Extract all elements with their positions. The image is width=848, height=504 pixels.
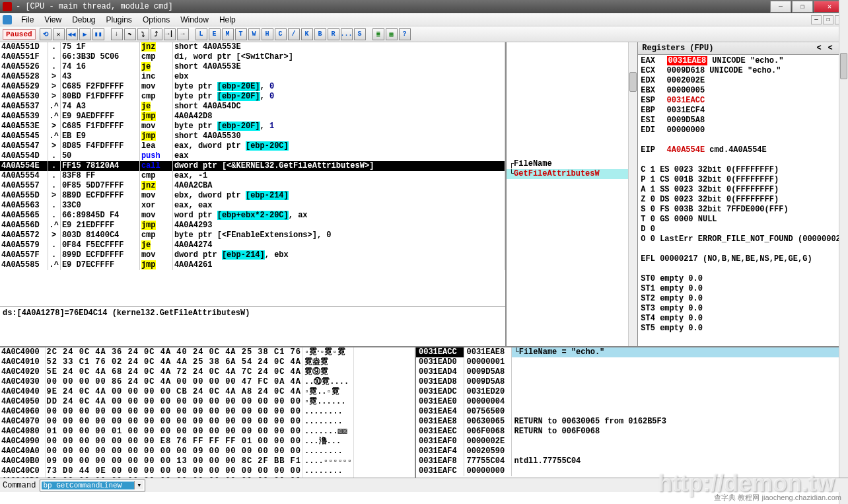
disasm-row[interactable]: 4A0A5557.0F85 5DD7FFFFjnz4A0A2CBA bbox=[0, 181, 505, 191]
hex-row[interactable]: 4A0C4050DD 24 0C 4A 00 00 00 00 00 00 00… bbox=[0, 397, 353, 407]
disasm-row[interactable]: 4A0A554D.50pusheax bbox=[0, 151, 505, 161]
trace-over-button[interactable]: ⤴ bbox=[151, 28, 162, 40]
toolbar-t-button[interactable]: T bbox=[235, 28, 247, 40]
pause-button[interactable]: ▮▮ bbox=[92, 28, 104, 40]
step-into-button[interactable]: ↓ bbox=[111, 28, 123, 40]
disasm-row[interactable]: 4A0A5547>8D85 F4FDFFFFleaeax, dword ptr … bbox=[0, 141, 505, 151]
disasm-row[interactable]: 4A0A553E>C685 F1FDFFFFmovbyte ptr [ebp-2… bbox=[0, 122, 505, 131]
stack-row[interactable]: 0031EAE400756500 bbox=[416, 407, 848, 417]
mdi-restore-button[interactable]: ❐ bbox=[823, 15, 833, 24]
options-button[interactable]: ≣ bbox=[372, 28, 384, 40]
hex-row[interactable]: 4A0C40A000 00 00 00 00 00 00 00 00 09 00… bbox=[0, 447, 353, 456]
goto-button[interactable]: → bbox=[177, 28, 189, 40]
stack-row[interactable]: 0031EAF877755C04ntdll.77755C04 bbox=[416, 456, 848, 466]
stack-row[interactable]: 0031EAEC006F0068RETURN to 006F0068 bbox=[416, 427, 848, 437]
hex-row[interactable]: 4A0C40409E 24 0C 4A 00 00 00 00 CB 24 0C… bbox=[0, 387, 353, 397]
hex-row[interactable]: 4A0C40002C 24 0C 4A 36 24 0C 4A 40 24 0C… bbox=[0, 347, 353, 357]
disasm-row[interactable]: 4A0A5537.^74 A3jeshort 4A0A54DC bbox=[0, 102, 505, 112]
disasm-row[interactable]: 4A0A5530>80BD F1FDFFFFcmpbyte ptr [ebp-2… bbox=[0, 92, 505, 102]
toolbar-b-button[interactable]: B bbox=[314, 28, 326, 40]
reg-prev2-button[interactable]: < bbox=[828, 44, 833, 53]
toolbar-h-button[interactable]: H bbox=[262, 28, 273, 40]
menu-file[interactable]: File bbox=[16, 14, 39, 26]
hex-row[interactable]: 4A0C407000 00 00 00 00 00 00 00 00 00 00… bbox=[0, 417, 353, 427]
disasm-row[interactable]: 4A0A5528>43incebx bbox=[0, 72, 505, 82]
stack-row[interactable]: 0031EAF400020590 bbox=[416, 447, 848, 456]
disasm-row[interactable]: 4A0A5572>803D 81400C4cmpbyte ptr [<FEnab… bbox=[0, 231, 505, 240]
disasm-row[interactable]: 4A0A551D.75 1Fjnzshort 4A0A553E bbox=[0, 42, 505, 52]
disassembly-view[interactable]: 4A0A551D.75 1Fjnzshort 4A0A553E4A0A551F.… bbox=[0, 42, 505, 306]
disasm-row[interactable]: 4A0A5585.^E9 D7ECFFFFjmp4A0A4261 bbox=[0, 260, 505, 270]
disasm-row[interactable]: 4A0A5554.83F8 FFcmpeax, -1 bbox=[0, 171, 505, 181]
step-over-button[interactable]: ↷ bbox=[124, 28, 136, 40]
stack-pane[interactable]: 0031EACC0031EAE8└FileName = "echo."0031E… bbox=[416, 347, 848, 485]
stack-row[interactable]: 0031EAD80009D5A8 bbox=[416, 377, 848, 387]
stack-row[interactable]: 0031EAF00000002E bbox=[416, 437, 848, 447]
execute-till-return-button[interactable]: →| bbox=[164, 28, 176, 40]
trace-into-button[interactable]: ⤵ bbox=[137, 28, 149, 40]
toolbar-...-button[interactable]: ... bbox=[341, 28, 353, 40]
disasm-row[interactable]: 4A0A554E.FF15 78120A4calldword ptr [<&KE… bbox=[0, 161, 505, 171]
hex-row[interactable]: 4A0C40205E 24 0C 4A 68 24 0C 4A 72 24 0C… bbox=[0, 367, 353, 377]
toolbar-r-button[interactable]: R bbox=[328, 28, 339, 40]
hex-row[interactable]: 4A0C408001 00 00 00 01 00 00 00 00 00 00… bbox=[0, 427, 353, 437]
stack-row[interactable]: 0031EAE800630065RETURN to 00630065 from … bbox=[416, 417, 848, 427]
hex-row[interactable]: 4A0C401052 33 C1 76 02 24 0C 4A 4A 25 38… bbox=[0, 357, 353, 367]
hex-dump-pane[interactable]: 4A0C40002C 24 0C 4A 36 24 0C 4A 40 24 0C… bbox=[0, 347, 416, 485]
disasm-row[interactable]: 4A0A556D.^E9 21EDFFFFjmp4A0A4293 bbox=[0, 221, 505, 231]
stack-scrollbar[interactable] bbox=[839, 347, 848, 485]
minimize-button[interactable]: ─ bbox=[770, 1, 791, 13]
toolbar-k-button[interactable]: K bbox=[301, 28, 313, 40]
mdi-minimize-button[interactable]: ─ bbox=[811, 15, 822, 24]
disasm-scrollbar[interactable] bbox=[628, 42, 637, 346]
menu-plugins[interactable]: Plugins bbox=[101, 14, 137, 26]
hex-row[interactable]: 4A0C40B009 00 00 00 00 00 00 00 13 00 00… bbox=[0, 456, 353, 466]
menu-help[interactable]: Help bbox=[214, 14, 241, 26]
menu-options[interactable]: Options bbox=[137, 14, 175, 26]
disasm-row[interactable]: 4A0A5565.66:89845D F4movword ptr [ebp+eb… bbox=[0, 211, 505, 221]
hex-row[interactable]: 4A0C40C073 D0 44 0E 00 00 00 00 00 00 00… bbox=[0, 466, 353, 476]
disasm-row[interactable]: 4A0A5539.^E9 9AEDFFFFjmp4A0A42D8 bbox=[0, 112, 505, 122]
disasm-row[interactable]: 4A0A5579.0F84 F5ECFFFFje4A0A4274 bbox=[0, 240, 505, 250]
menu-window[interactable]: Window bbox=[175, 14, 214, 26]
register-line: EIP 4A0A554E cmd.4A0A554E bbox=[641, 145, 845, 155]
hex-row[interactable]: 4A0C406000 00 00 00 00 00 00 00 00 00 00… bbox=[0, 407, 353, 417]
restart-button[interactable]: ⟲ bbox=[40, 28, 52, 40]
reg-prev-button[interactable]: < bbox=[816, 44, 821, 53]
command-dropdown-icon[interactable]: ▾ bbox=[134, 481, 143, 489]
disasm-row[interactable]: 4A0A5529>C685 F2FDFFFFmovbyte ptr [ebp-2… bbox=[0, 82, 505, 92]
close-debuggee-button[interactable]: ✕ bbox=[53, 28, 65, 40]
disasm-row[interactable]: 4A0A5526.74 16jeshort 4A0A553E bbox=[0, 62, 505, 72]
stack-row[interactable]: 0031EAFC00000000 bbox=[416, 466, 848, 476]
stack-row[interactable]: 0031EACC0031EAE8└FileName = "echo." bbox=[416, 347, 848, 357]
toolbar-m-button[interactable]: M bbox=[222, 28, 234, 40]
stack-row[interactable]: 0031EAE000000004 bbox=[416, 397, 848, 407]
toolbar-e-button[interactable]: E bbox=[209, 28, 221, 40]
toolbar-/-button[interactable]: / bbox=[288, 28, 300, 40]
menu-debug[interactable]: Debug bbox=[67, 14, 100, 26]
menu-view[interactable]: View bbox=[39, 14, 67, 26]
run-button[interactable]: ▶ bbox=[79, 28, 91, 40]
disasm-row[interactable]: 4A0A557F.899D ECFDFFFFmovdword ptr [ebp-… bbox=[0, 250, 505, 260]
appearance-button[interactable]: ▦ bbox=[386, 28, 398, 40]
registers-pane[interactable]: Registers (FPU) < < < EAX 0031EAE8 UNICO… bbox=[638, 42, 848, 346]
disasm-row[interactable]: 4A0A5545.^EB E9jmpshort 4A0A5530 bbox=[0, 131, 505, 141]
rewind-button[interactable]: ◀◀ bbox=[66, 28, 78, 40]
command-value: bp GetCommandLineW bbox=[42, 482, 134, 489]
hex-row[interactable]: 4A0C403000 00 00 00 86 24 0C 4A 00 00 00… bbox=[0, 377, 353, 387]
toolbar-l-button[interactable]: L bbox=[195, 28, 207, 40]
toolbar-s-button[interactable]: S bbox=[354, 28, 366, 40]
toolbar-w-button[interactable]: W bbox=[248, 28, 260, 40]
disasm-row[interactable]: 4A0A5563.33C0xoreax, eax bbox=[0, 201, 505, 211]
stack-row[interactable]: 0031EADC0031ED20 bbox=[416, 387, 848, 397]
disasm-row[interactable]: 4A0A551F.66:3B3D 5C06cmpdi, word ptr [<S… bbox=[0, 52, 505, 62]
comment-column[interactable]: ┌FileName└GetFileAttributesW bbox=[507, 42, 638, 346]
stack-row[interactable]: 0031EAD40009D5A8 bbox=[416, 367, 848, 377]
help-button[interactable]: ? bbox=[399, 28, 411, 40]
toolbar-c-button[interactable]: C bbox=[275, 28, 287, 40]
hex-row[interactable]: 4A0C409000 00 00 00 00 00 00 E8 76 FF FF… bbox=[0, 437, 353, 447]
maximize-button[interactable]: ❐ bbox=[792, 1, 813, 13]
command-input[interactable]: bp GetCommandLineW ▾ bbox=[40, 480, 145, 491]
disasm-row[interactable]: 4A0A555D>8B9D ECFDFFFFmovebx, dword ptr … bbox=[0, 191, 505, 201]
stack-row[interactable]: 0031EAD000000001 bbox=[416, 357, 848, 367]
